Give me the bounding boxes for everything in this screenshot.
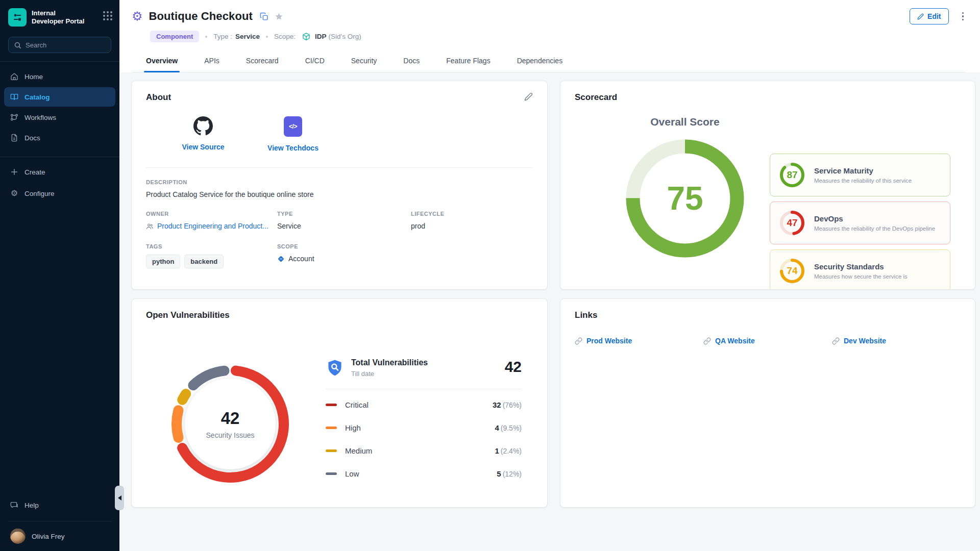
- sidebar-item-label: Create: [24, 168, 45, 176]
- vulnerabilities-card: Open Vulnerabilities 42 Security Issues …: [131, 298, 548, 508]
- vuln-row-medium: Medium 1(2.4%): [326, 439, 522, 462]
- group-icon: [146, 222, 154, 230]
- user-avatar: [10, 529, 26, 544]
- tab-bar: Overview APIs Scorecard CI/CD Security D…: [132, 52, 966, 72]
- scorecard-item-security-standards[interactable]: 74 Security Standards Measures how secur…: [770, 249, 950, 290]
- tag-chip[interactable]: python: [146, 255, 180, 268]
- type-field-value: Service: [277, 222, 411, 230]
- sidebar-item-label: Workflows: [24, 114, 56, 121]
- overall-score-value: 75: [625, 138, 745, 259]
- copy-icon[interactable]: [260, 12, 268, 21]
- links-card: Links Prod Website QA Website Dev Websit…: [560, 298, 975, 508]
- search-box[interactable]: [8, 37, 111, 53]
- scope-cube-icon: [302, 32, 311, 41]
- scope-field-value: Account: [288, 255, 314, 263]
- workflows-icon: [10, 113, 18, 121]
- sidebar-item-catalog[interactable]: Catalog: [4, 87, 115, 107]
- techdocs-icon: </>: [284, 116, 302, 137]
- scope-value[interactable]: IDP: [315, 33, 327, 40]
- user-menu[interactable]: Olivia Frey: [0, 523, 119, 544]
- sidebar-item-label: Home: [24, 73, 43, 81]
- search-icon: [14, 41, 21, 49]
- sidebar-item-label: Docs: [24, 134, 40, 142]
- shield-scan-icon: [326, 358, 344, 378]
- tab-security[interactable]: Security: [349, 52, 379, 72]
- type-value: Service: [235, 33, 260, 40]
- help-chat-icon: [10, 501, 18, 509]
- lifecycle-value: prod: [411, 222, 533, 230]
- score-ring: 47: [778, 209, 806, 237]
- description-label: DESCRIPTION: [146, 179, 533, 185]
- scorecard-item-devops[interactable]: 47 DevOps Measures the reliability of th…: [770, 202, 950, 244]
- catalog-icon: [10, 93, 18, 101]
- kind-badge: Component: [150, 31, 199, 42]
- tab-scorecard[interactable]: Scorecard: [244, 52, 281, 72]
- scorecard-item-service-maturity[interactable]: 87 Service Maturity Measures the reliabi…: [770, 154, 950, 196]
- vulnerabilities-title: Open Vulnerabilities: [146, 310, 533, 320]
- docs-icon: [10, 134, 18, 142]
- sidebar-collapse-handle[interactable]: [115, 486, 124, 510]
- scorecard-card: Scorecard Overall Score 75: [560, 81, 975, 290]
- link-icon: [575, 337, 582, 345]
- gear-icon: ⚙: [10, 189, 18, 197]
- sidebar-nav: Home Catalog Workflows Docs: [0, 66, 119, 148]
- search-input[interactable]: [26, 41, 106, 49]
- link-dev-website[interactable]: Dev Website: [832, 337, 961, 345]
- sidebar: Internal Developer Portal Home Catalog W…: [0, 0, 119, 551]
- app-title: Internal Developer Portal: [32, 8, 98, 26]
- low-dash-icon: [326, 472, 337, 475]
- chevron-left-icon: [118, 495, 121, 500]
- view-techdocs-link[interactable]: View Techdocs: [267, 144, 318, 152]
- component-gear-icon: ⚙: [132, 10, 143, 22]
- pencil-icon: [917, 13, 924, 20]
- app-logo-icon: [8, 8, 27, 27]
- plus-icon: [10, 168, 18, 176]
- sidebar-item-configure[interactable]: ⚙ Configure: [4, 184, 115, 203]
- link-prod-website[interactable]: Prod Website: [575, 337, 703, 345]
- sidebar-item-home[interactable]: Home: [4, 67, 115, 86]
- sidebar-item-create[interactable]: Create: [4, 162, 115, 182]
- github-icon: [193, 116, 213, 136]
- sidebar-item-help[interactable]: Help: [4, 495, 115, 515]
- score-ring: 87: [778, 161, 806, 189]
- sidebar-item-docs[interactable]: Docs: [4, 128, 115, 147]
- type-label: Type :: [213, 33, 232, 40]
- overall-score-ring: 75: [625, 138, 745, 259]
- links-title: Links: [575, 310, 961, 320]
- scorecard-title: Scorecard: [575, 92, 961, 103]
- tab-apis[interactable]: APIs: [202, 52, 222, 72]
- sidebar-item-workflows[interactable]: Workflows: [4, 108, 115, 127]
- tab-dependencies[interactable]: Dependencies: [515, 52, 565, 72]
- account-icon: [277, 255, 285, 263]
- total-vulnerabilities-subtitle: Till date: [351, 370, 428, 378]
- overall-score-label: Overall Score: [608, 116, 762, 128]
- tab-overview[interactable]: Overview: [144, 52, 180, 72]
- medium-dash-icon: [326, 449, 337, 452]
- description-value: Product Catalog Service for the boutique…: [146, 190, 533, 198]
- link-qa-website[interactable]: QA Website: [703, 337, 832, 345]
- apps-grid-icon[interactable]: [103, 11, 112, 20]
- tag-chip[interactable]: backend: [184, 255, 224, 268]
- vuln-row-critical: Critical 32(76%): [326, 393, 522, 416]
- tab-feature-flags[interactable]: Feature Flags: [444, 52, 492, 72]
- lifecycle-label: LIFECYCLE: [411, 211, 533, 217]
- star-icon[interactable]: [275, 12, 283, 21]
- sidebar-item-label: Configure: [24, 190, 55, 197]
- about-title: About: [146, 92, 171, 103]
- owner-link[interactable]: Product Engineering and Product...: [146, 222, 277, 230]
- vuln-row-high: High 4(9.5%): [326, 416, 522, 439]
- vuln-row-low: Low 5(12%): [326, 462, 522, 485]
- scope-org: (Sid's Org): [329, 33, 361, 40]
- high-dash-icon: [326, 427, 337, 429]
- about-card: About View Source </> View Techdocs DESC…: [131, 81, 548, 290]
- more-menu-icon[interactable]: [960, 10, 966, 23]
- about-edit-icon[interactable]: [524, 92, 533, 103]
- view-source-link[interactable]: View Source: [182, 143, 224, 151]
- scope-field-label: SCOPE: [277, 243, 411, 249]
- total-vulnerabilities-title: Total Vulnerabilities: [351, 358, 428, 367]
- total-vulnerabilities-value: 42: [505, 358, 522, 375]
- tab-docs[interactable]: Docs: [401, 52, 422, 72]
- edit-button[interactable]: Edit: [910, 8, 948, 24]
- page-header: ⚙ Boutique Checkout Edit Component Type …: [119, 0, 980, 72]
- tab-cicd[interactable]: CI/CD: [303, 52, 327, 72]
